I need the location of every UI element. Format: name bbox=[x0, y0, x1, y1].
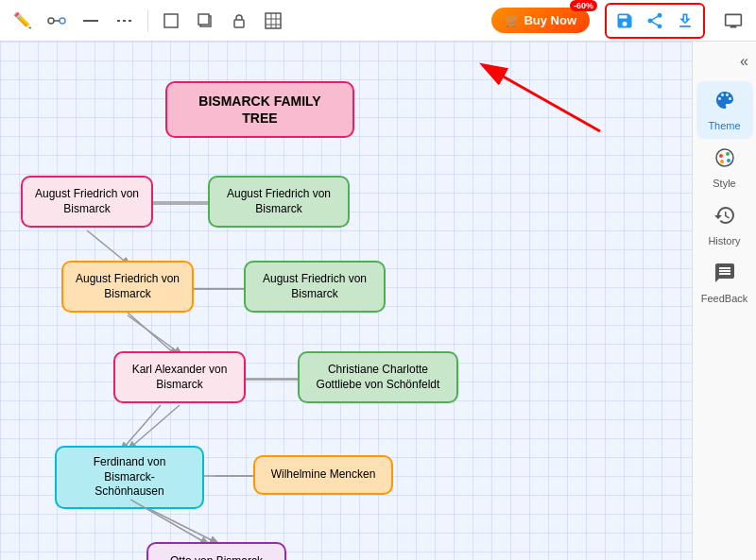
svg-rect-9 bbox=[266, 13, 281, 28]
svg-line-16 bbox=[128, 315, 180, 353]
svg-point-36 bbox=[719, 154, 723, 158]
svg-point-0 bbox=[48, 18, 54, 24]
node-karl[interactable]: Karl Alexander vonBismarck bbox=[113, 351, 246, 403]
select-tool-btn[interactable] bbox=[156, 6, 186, 36]
node-august-3-label: August Friedrich vonBismarck bbox=[76, 272, 180, 301]
feedback-icon bbox=[713, 262, 736, 289]
sidebar-item-style[interactable]: Style bbox=[696, 139, 753, 196]
svg-line-26 bbox=[128, 313, 175, 354]
sidebar-item-feedback[interactable]: FeedBack bbox=[696, 254, 753, 312]
node-christiane[interactable]: Christiane CharlotteGottliebe von Schönf… bbox=[298, 351, 458, 403]
annotation-arrow bbox=[463, 60, 614, 136]
discount-badge: -60% bbox=[570, 0, 597, 11]
node-karl-label: Karl Alexander vonBismarck bbox=[132, 363, 228, 392]
node-august-1[interactable]: August Friedrich vonBismarck bbox=[21, 176, 153, 228]
action-buttons-group bbox=[605, 3, 705, 39]
separator-1 bbox=[147, 9, 148, 32]
svg-line-29 bbox=[123, 405, 161, 449]
svg-line-18 bbox=[130, 405, 180, 448]
svg-line-14 bbox=[87, 230, 128, 263]
node-christiane-label: Christiane CharlotteGottliebe von Schönf… bbox=[317, 363, 440, 392]
line-tool-btn[interactable] bbox=[76, 6, 106, 36]
svg-point-35 bbox=[716, 149, 733, 166]
svg-line-34 bbox=[491, 70, 600, 131]
svg-rect-5 bbox=[164, 14, 178, 27]
style-icon bbox=[713, 146, 736, 174]
cart-icon: 🛒 bbox=[505, 13, 520, 27]
node-august-3[interactable]: August Friedrich vonBismarck bbox=[61, 261, 194, 313]
node-otto[interactable]: Otto von Bismarck bbox=[146, 542, 286, 560]
theme-icon bbox=[713, 89, 736, 116]
lock-tool-btn[interactable] bbox=[224, 6, 254, 36]
node-wilhelmine-label: Wilhelmine Mencken bbox=[271, 467, 376, 483]
buy-now-button[interactable]: 🛒 Buy Now -60% bbox=[491, 8, 590, 33]
history-label: History bbox=[708, 235, 740, 246]
title-text: BISMARCK FAMILY TREE bbox=[198, 93, 320, 127]
svg-point-39 bbox=[720, 160, 724, 163]
node-august-4-label: August Friedrich vonBismarck bbox=[263, 272, 367, 301]
theme-label: Theme bbox=[708, 120, 740, 131]
sidebar-item-history[interactable]: History bbox=[696, 196, 753, 254]
buy-now-label: Buy Now bbox=[524, 13, 576, 27]
main-area: BISMARCK FAMILY TREE August Friedrich vo… bbox=[0, 42, 756, 560]
node-august-2-label: August Friedrich vonBismarck bbox=[227, 187, 331, 216]
connector-1-2 bbox=[153, 200, 210, 204]
right-sidebar: « Theme Style History bbox=[692, 42, 756, 560]
table-tool-btn[interactable] bbox=[258, 6, 288, 36]
svg-rect-7 bbox=[198, 14, 209, 25]
connector-7-8 bbox=[204, 474, 256, 478]
svg-point-37 bbox=[726, 152, 730, 156]
feedback-label: FeedBack bbox=[701, 293, 748, 304]
node-ferdinand-label: Ferdinand von Bismarck-Schönhausen bbox=[68, 455, 191, 500]
copy-tool-btn[interactable] bbox=[190, 6, 220, 36]
main-toolbar: ✏️ 🛒 Buy Now -60% bbox=[0, 0, 756, 42]
pencil-tool-btn[interactable]: ✏️ bbox=[8, 6, 38, 36]
collapse-icon: « bbox=[740, 53, 748, 70]
node-ferdinand[interactable]: Ferdinand von Bismarck-Schönhausen bbox=[55, 446, 204, 509]
diagram-canvas[interactable]: BISMARCK FAMILY TREE August Friedrich vo… bbox=[0, 42, 692, 560]
title-node[interactable]: BISMARCK FAMILY TREE bbox=[165, 81, 354, 138]
svg-point-1 bbox=[60, 18, 65, 24]
sidebar-item-theme[interactable]: Theme bbox=[696, 81, 753, 139]
dashed-tool-btn[interactable] bbox=[110, 6, 140, 36]
node-wilhelmine[interactable]: Wilhelmine Mencken bbox=[253, 455, 393, 495]
connect-tool-btn[interactable] bbox=[42, 6, 72, 36]
svg-rect-8 bbox=[234, 20, 244, 27]
save-button[interactable] bbox=[610, 7, 639, 35]
node-august-2[interactable]: August Friedrich vonBismarck bbox=[208, 176, 350, 228]
node-otto-label: Otto von Bismarck bbox=[170, 554, 263, 560]
share-button[interactable] bbox=[641, 7, 669, 35]
monitor-button[interactable] bbox=[718, 6, 748, 36]
style-label: Style bbox=[713, 178, 735, 189]
node-august-4[interactable]: August Friedrich vonBismarck bbox=[244, 261, 386, 313]
svg-point-38 bbox=[727, 159, 730, 162]
node-august-1-label: August Friedrich vonBismarck bbox=[35, 187, 139, 216]
export-button[interactable] bbox=[671, 7, 699, 35]
sidebar-collapse-btn[interactable]: « bbox=[693, 49, 756, 74]
connector-3-4 bbox=[194, 287, 246, 291]
history-icon bbox=[713, 204, 736, 231]
connector-5-6 bbox=[246, 378, 300, 382]
